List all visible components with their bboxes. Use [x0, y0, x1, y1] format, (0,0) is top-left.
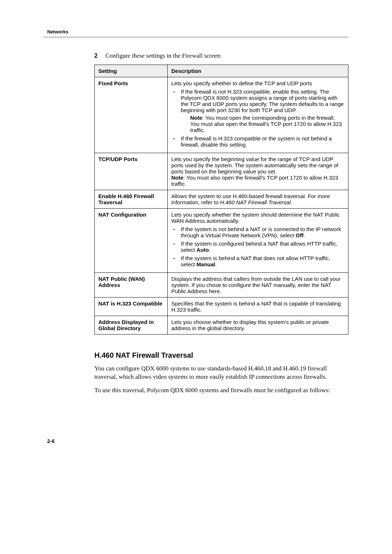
- note-body: : You must also open the firewall's TCP …: [171, 175, 338, 187]
- setting-desc: Specifies that the system is behind a NA…: [168, 297, 348, 316]
- bullet-trail: .: [209, 247, 211, 253]
- body-paragraph: You can configure QDX 6000 systems to us…: [94, 365, 348, 381]
- desc-bullet: If the system is configured behind a NAT…: [179, 241, 344, 253]
- setting-desc: Allows the system to use H.460-based fir…: [168, 190, 348, 209]
- note-block: Note: You must also open the firewall's …: [171, 175, 344, 187]
- running-header: Networks: [47, 29, 348, 34]
- note-block: Note: You must open the corresponding po…: [190, 115, 344, 133]
- step-instruction: Configure these settings in the Firewall…: [105, 52, 221, 59]
- setting-desc: Lets you specify whether the system shou…: [168, 209, 348, 273]
- setting-desc: Lets you choose whether to display this …: [168, 316, 348, 335]
- setting-name: Enable H.460 Firewall Traversal: [95, 190, 168, 209]
- firewall-settings-table: Setting Description Fixed Ports Lets you…: [94, 65, 348, 335]
- table-row: Fixed Ports Lets you specify whether to …: [95, 77, 348, 153]
- desc-lead: Lets you specify whether the system shou…: [171, 212, 344, 224]
- option-off: Off: [296, 232, 304, 238]
- setting-name: Fixed Ports: [95, 77, 168, 153]
- desc-trail: .: [291, 199, 292, 205]
- desc-bullet: If the system is behind a NAT that does …: [179, 255, 344, 267]
- setting-desc: Displays the address that callers from o…: [168, 273, 348, 297]
- setting-name: Address Displayed in Global Directory: [95, 316, 168, 335]
- table-row: NAT Configuration Lets you specify wheth…: [95, 209, 348, 273]
- table-row: TCP/UDP Ports Lets you specify the begin…: [95, 153, 348, 190]
- section-heading: H.460 NAT Firewall Traversal: [94, 351, 348, 360]
- body-paragraph: To use this traversal, Polycom QDX 6000 …: [94, 386, 348, 395]
- setting-desc: Lets you specify whether to define the T…: [168, 77, 348, 153]
- col-setting: Setting: [95, 65, 168, 77]
- bullet-trail: .: [215, 261, 217, 267]
- bullet-text: If the firewall is not H.323 compatible,…: [181, 89, 344, 113]
- step-line: 2 Configure these settings in the Firewa…: [94, 52, 348, 59]
- desc-bullet: If the firewall is not H.323 compatible,…: [179, 89, 344, 133]
- desc-lead: Lets you specify the beginning value for…: [171, 156, 344, 175]
- bullet-trail: .: [303, 232, 305, 238]
- bullet-text: If the system is not behind a NAT or is …: [181, 226, 341, 238]
- setting-name: NAT Public (WAN) Address: [95, 273, 168, 297]
- col-description: Description: [168, 65, 348, 77]
- setting-name: NAT is H.323 Compatible: [95, 297, 168, 316]
- option-manual: Manual: [196, 261, 215, 267]
- note-label: Note: [190, 115, 202, 121]
- desc-lead: Lets you specify whether to define the T…: [171, 80, 344, 86]
- option-auto: Auto: [196, 247, 209, 253]
- step-number: 2: [94, 53, 104, 59]
- header-rule: [44, 37, 348, 38]
- desc-bullet: If the system is not behind a NAT or is …: [179, 226, 344, 238]
- setting-name: NAT Configuration: [95, 209, 168, 273]
- table-row: NAT is H.323 Compatible Specifies that t…: [95, 297, 348, 316]
- desc-bullet: If the firewall is H.323 compatible or t…: [179, 135, 344, 148]
- table-row: Address Displayed in Global Directory Le…: [95, 316, 348, 335]
- note-label: Note: [171, 175, 183, 181]
- table-row: Enable H.460 Firewall Traversal Allows t…: [95, 190, 348, 209]
- desc-reference: H.460 NAT Firewall Traversal: [220, 199, 291, 205]
- setting-desc: Lets you specify the beginning value for…: [168, 153, 348, 190]
- table-row: NAT Public (WAN) Address Displays the ad…: [95, 273, 348, 297]
- setting-name: TCP/UDP Ports: [95, 153, 168, 190]
- page-number: 2-6: [47, 438, 348, 444]
- note-body: : You must open the corresponding ports …: [190, 115, 342, 133]
